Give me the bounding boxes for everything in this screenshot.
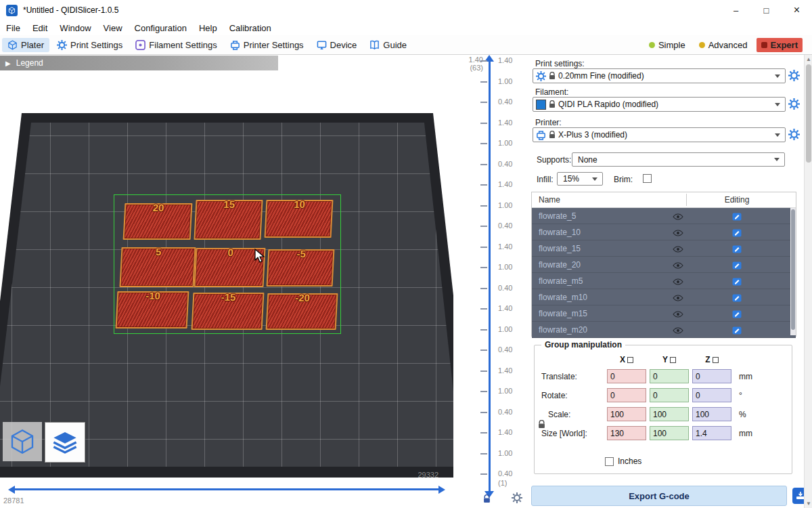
filament-preset-combo[interactable]: QIDI PLA Rapido (modified)	[533, 97, 786, 112]
menu-configuration[interactable]: Configuration	[129, 23, 193, 33]
scale-y-field[interactable]: 100	[650, 407, 689, 421]
edit-icon[interactable]	[732, 211, 742, 221]
title-bar[interactable]: *Untitled - QIDISlicer-1.0.5 – □ ×	[0, 0, 812, 21]
object-list-header: Name Editing	[532, 192, 796, 208]
legend-collapsed-bar[interactable]: ▶ Legend	[0, 56, 278, 70]
horizontal-slider[interactable]	[15, 488, 440, 490]
menu-calibration[interactable]: Calibration	[223, 23, 277, 33]
tab-print-settings[interactable]: Print Settings	[51, 38, 128, 52]
layer-slider-track[interactable]	[489, 60, 491, 492]
mode-advanced[interactable]: Advanced	[694, 38, 752, 52]
eye-icon[interactable]	[673, 278, 683, 284]
object-patch[interactable]: -10	[116, 291, 189, 329]
supports-combo[interactable]: None	[572, 152, 785, 167]
mode-expert[interactable]: Expert	[757, 38, 803, 52]
eye-icon[interactable]	[673, 213, 683, 219]
object-row[interactable]: flowrate_10	[532, 224, 796, 240]
object-row[interactable]: flowrate_m5	[532, 273, 796, 289]
edit-icon[interactable]	[732, 228, 742, 237]
eye-icon[interactable]	[673, 245, 683, 252]
tab-guide[interactable]: Guide	[364, 38, 412, 52]
object-row[interactable]: flowrate_20	[532, 257, 796, 273]
menu-file[interactable]: File	[0, 23, 26, 33]
scale-z-field[interactable]: 100	[692, 407, 731, 421]
object-row[interactable]: flowrate_15	[532, 240, 796, 257]
edit-icon[interactable]	[732, 325, 742, 335]
tab-printer-settings[interactable]: Printer Settings	[225, 38, 309, 52]
hslider-left-arrow[interactable]	[8, 486, 15, 494]
object-patch[interactable]: -20	[266, 293, 338, 330]
edit-icon[interactable]	[732, 293, 742, 302]
object-patch[interactable]: 20	[123, 203, 193, 240]
scrollbar-thumb[interactable]	[806, 64, 811, 163]
menu-window[interactable]: Window	[53, 23, 97, 33]
eye-icon[interactable]	[673, 229, 683, 236]
mode-expert-label: Expert	[771, 40, 798, 50]
object-patch[interactable]: -15	[191, 293, 265, 330]
object-row[interactable]: flowrate_5	[532, 208, 796, 224]
axis-box-icon	[627, 357, 633, 363]
rotate-z-field[interactable]: 0	[692, 388, 731, 402]
edit-icon[interactable]	[732, 244, 742, 253]
edit-icon[interactable]	[732, 260, 742, 270]
print-settings-label: Print settings:	[535, 59, 585, 68]
object-patch[interactable]: -5	[267, 249, 335, 287]
eye-icon[interactable]	[673, 310, 683, 317]
minimize-button[interactable]: –	[721, 0, 751, 20]
mode-simple[interactable]: Simple	[644, 38, 690, 52]
lock-icon	[549, 131, 556, 139]
translate-z-field[interactable]: 0	[692, 369, 731, 383]
tab-device[interactable]: Device	[311, 38, 363, 52]
eye-icon[interactable]	[673, 326, 683, 333]
scale-x-field[interactable]: 100	[607, 407, 646, 421]
layers-view-button[interactable]	[45, 422, 85, 463]
axis-y-header: Y	[650, 355, 689, 364]
close-button[interactable]: ×	[782, 0, 812, 20]
export-gcode-button[interactable]: Export G-code	[531, 486, 787, 506]
brim-checkbox[interactable]	[643, 174, 652, 183]
3d-view-button[interactable]	[3, 422, 42, 461]
object-row[interactable]: flowrate_m15	[532, 305, 796, 322]
scroll-down-arrow[interactable]: ▼	[805, 501, 812, 507]
rotate-x-field[interactable]: 0	[607, 388, 646, 402]
translate-y-field[interactable]: 0	[650, 369, 689, 383]
lock-icon	[549, 72, 556, 80]
print-preset-combo[interactable]: 0.20mm Fine (modified)	[533, 68, 786, 83]
menu-edit[interactable]: Edit	[26, 23, 53, 33]
print-settings-gear-button[interactable]	[788, 70, 800, 81]
scrollbar-thumb[interactable]	[791, 209, 795, 330]
uniform-scale-lock-icon[interactable]	[538, 420, 545, 429]
hslider-right-arrow[interactable]	[438, 486, 445, 494]
infill-combo[interactable]: 15%	[557, 172, 603, 186]
size-z-field[interactable]: 1.4	[692, 426, 731, 440]
eye-icon[interactable]	[673, 261, 683, 268]
filament-settings-gear-button[interactable]	[788, 98, 800, 110]
size-y-field[interactable]: 100	[650, 426, 689, 440]
printer-preset-combo[interactable]: X-Plus 3 (modified)	[533, 127, 786, 142]
edit-icon[interactable]	[732, 309, 742, 318]
object-row[interactable]: flowrate_m20	[532, 322, 796, 338]
maximize-button[interactable]: □	[751, 0, 782, 20]
object-patch[interactable]: 5	[119, 247, 196, 287]
lock-icon[interactable]	[483, 494, 491, 503]
edit-icon[interactable]	[732, 276, 742, 286]
printer-settings-gear-button[interactable]	[788, 129, 800, 140]
tick-label: 1.00	[498, 449, 528, 457]
inches-checkbox[interactable]	[605, 457, 614, 466]
object-list-scrollbar[interactable]	[790, 208, 796, 335]
object-patch[interactable]: 10	[265, 200, 334, 238]
panel-scrollbar[interactable]: ▲ ▼	[804, 55, 812, 508]
eye-icon[interactable]	[673, 294, 683, 301]
3d-viewport[interactable]: 20 15 10 5 0 -5 -10 -15 -20 ▶ Legend 293…	[0, 55, 453, 508]
menu-help[interactable]: Help	[193, 23, 223, 33]
tab-filament-settings[interactable]: Filament Settings	[130, 38, 222, 52]
translate-x-field[interactable]: 0	[607, 369, 646, 383]
scroll-up-arrow[interactable]: ▲	[805, 56, 812, 62]
size-x-field[interactable]: 130	[607, 426, 646, 440]
menu-view[interactable]: View	[97, 23, 129, 33]
rotate-y-field[interactable]: 0	[650, 388, 689, 402]
object-patch[interactable]: 15	[194, 200, 263, 240]
object-row[interactable]: flowrate_m10	[532, 289, 796, 305]
tab-plater[interactable]: Plater	[2, 38, 49, 52]
slider-settings-gear-icon[interactable]	[512, 492, 522, 503]
